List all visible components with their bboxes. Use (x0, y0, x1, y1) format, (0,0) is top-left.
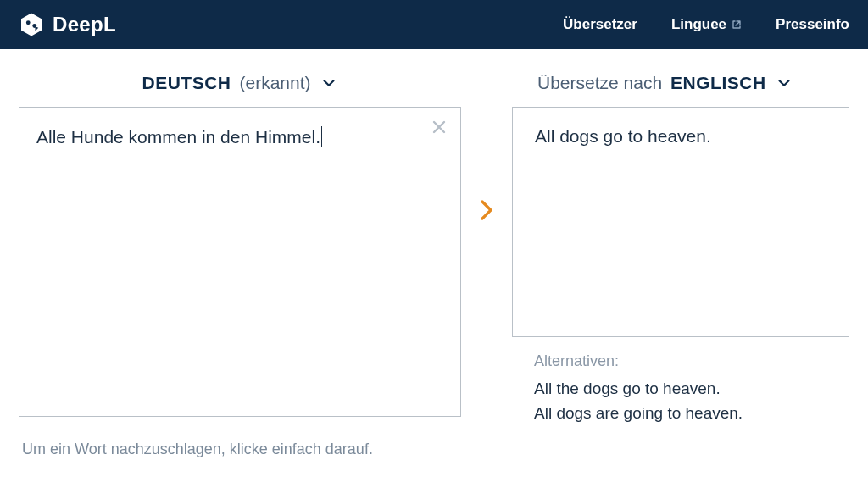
close-icon (431, 119, 447, 135)
chevron-down-icon (775, 74, 793, 92)
nav-press[interactable]: Presseinfo (776, 16, 849, 33)
translation-panels: Alle Hunde kommen in den Himmel. All dog… (19, 107, 849, 425)
top-nav: DeepL Übersetzer Linguee Presseinfo (0, 0, 868, 49)
target-language-name: ENGLISCH (670, 73, 766, 93)
language-selectors-row: DEUTSCH (erkannt) Übersetze nach ENGLISC… (19, 73, 849, 93)
chevron-right-icon (476, 198, 497, 222)
clear-source-button[interactable] (431, 119, 447, 135)
svg-marker-0 (21, 14, 42, 36)
source-language-select[interactable]: DEUTSCH (erkannt) (142, 73, 337, 93)
deepl-logo-icon (19, 12, 44, 37)
nav-links: Übersetzer Linguee Presseinfo (563, 16, 849, 33)
text-cursor (321, 126, 322, 147)
nav-translator[interactable]: Übersetzer (563, 16, 637, 33)
translate-arrow (461, 107, 512, 222)
alternatives-block: Alternativen: All the dogs go to heaven.… (512, 337, 849, 425)
chevron-down-icon (320, 74, 338, 92)
nav-linguee[interactable]: Linguee (671, 16, 742, 33)
brand-name: DeepL (53, 13, 116, 36)
svg-point-1 (26, 20, 31, 25)
alternative-item[interactable]: All dogs are going to heaven. (534, 402, 849, 426)
brand[interactable]: DeepL (19, 12, 116, 37)
source-text-content: Alle Hunde kommen in den Himmel. (36, 127, 320, 147)
target-language-select[interactable]: Übersetze nach ENGLISCH (537, 73, 793, 93)
target-text: All dogs go to heaven. (535, 126, 832, 147)
source-language-name: DEUTSCH (142, 73, 231, 93)
alternative-item[interactable]: All the dogs go to heaven. (534, 377, 849, 402)
nav-linguee-label: Linguee (671, 16, 726, 33)
target-language-prefix: Übersetze nach (537, 73, 662, 93)
main-area: DEUTSCH (erkannt) Übersetze nach ENGLISC… (0, 49, 868, 458)
source-language-detected: (erkannt) (239, 73, 310, 93)
external-link-icon (732, 19, 742, 30)
source-text[interactable]: Alle Hunde kommen in den Himmel. (36, 126, 426, 147)
alternatives-label: Alternativen: (534, 352, 849, 370)
lookup-hint: Um ein Wort nachzuschlagen, klicke einfa… (19, 441, 849, 458)
target-text-panel[interactable]: All dogs go to heaven. (512, 107, 849, 337)
source-text-panel[interactable]: Alle Hunde kommen in den Himmel. (19, 107, 461, 417)
target-column: All dogs go to heaven. Alternativen: All… (512, 107, 849, 425)
